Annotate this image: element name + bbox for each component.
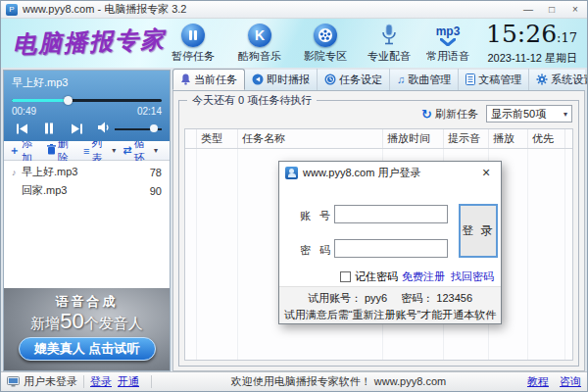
ad-subtitle: 新增50个发音人 [4, 311, 170, 334]
chevron-down-icon: ▾ [564, 110, 567, 119]
total-time: 02:14 [137, 106, 162, 117]
tasks-group-label: 今天还有 0 项任务待执行 [187, 93, 317, 108]
chevron-down-icon: ▾ [112, 146, 116, 155]
song-volume: 78 [150, 167, 162, 178]
tab-document-management[interactable]: 文稿管理 [459, 69, 529, 90]
playlist-item[interactable]: 回家.mp3 90 [4, 181, 170, 200]
previous-track-button[interactable] [12, 122, 31, 135]
progress-knob[interactable] [64, 96, 73, 105]
consult-link[interactable]: 咨询 [560, 375, 581, 387]
tab-bar: 当前任务 即时播报 任务设定 ♫ 歌曲管理 文稿管理 系统设置 [172, 70, 585, 91]
next-track-button[interactable] [67, 122, 86, 135]
microphone-icon [357, 24, 421, 47]
header-banner: 电脑播报专家 暂停任务 K 酷狗音乐 影院专区 专业配音 mp3 常 [1, 19, 587, 68]
login-button[interactable]: 登 录 [459, 204, 498, 258]
app-window: P www.pyy8.com - 电脑播报专家 3.2 — □ × 电脑播报专家… [0, 0, 588, 392]
title-bar: P www.pyy8.com - 电脑播报专家 3.2 — □ × [1, 1, 587, 19]
refresh-icon: ↻ [421, 107, 432, 122]
clock-seconds: :17 [557, 30, 577, 45]
song-volume: 90 [150, 185, 162, 197]
password-label: 密 码 [300, 243, 333, 258]
app-icon: P [6, 4, 18, 16]
cinema-zone-button[interactable]: 影院专区 [293, 24, 358, 64]
dialog-title: www.pyy8.com 用户登录 [303, 166, 420, 180]
volume-slider[interactable] [115, 124, 162, 133]
current-song-title: 早上好.mp3 [12, 75, 162, 90]
document-icon [466, 74, 475, 85]
column-play-time[interactable]: 播放时间 [383, 129, 444, 148]
gear-icon [536, 74, 548, 85]
tab-system-settings[interactable]: 系统设置 [529, 69, 588, 90]
bell-icon [180, 74, 191, 85]
login-dialog: www.pyy8.com 用户登录 × 账 号 密 码 登 录 记住密码 免费注… [278, 161, 502, 324]
loop-icon: ⇄ [122, 144, 131, 157]
window-title: www.pyy8.com - 电脑播报专家 3.2 [23, 2, 186, 17]
sidebar: 早上好.mp3 00:49 02:14 [3, 70, 171, 371]
tab-current-tasks[interactable]: 当前任务 [172, 69, 245, 90]
account-input[interactable] [334, 205, 448, 223]
volume-knob[interactable] [150, 124, 158, 132]
remember-password-checkbox[interactable] [340, 271, 351, 282]
app-logo: 电脑播报专家 [12, 24, 166, 60]
status-activate-link[interactable]: 开通 [118, 374, 139, 389]
pause-icon [181, 24, 205, 47]
clock-time: 15:26 [486, 20, 557, 48]
clock-date: 2023-11-12 星期日 [486, 51, 577, 66]
playlist-toolbar: ＋添加 删除 ≡列表▾ ⇄循环▾ [4, 141, 170, 161]
minimize-button[interactable]: — [521, 4, 535, 15]
maximize-button[interactable]: □ [545, 4, 559, 15]
column-type[interactable]: 类型 [197, 129, 238, 148]
ad-title: 语音合成 [4, 288, 170, 311]
song-name: 回家.mp3 [22, 183, 67, 198]
status-bar: 用户未登录 登录 开通 欢迎使用电脑播报专家软件！ www.pyy8.com 教… [1, 371, 587, 391]
user-status-icon [7, 376, 20, 387]
pause-button[interactable] [39, 122, 59, 135]
column-task-name[interactable]: 任务名称 [238, 129, 383, 148]
now-playing-icon: ♪ [12, 168, 22, 177]
ad-try-button[interactable]: 媲美真人 点击试听 [19, 337, 156, 361]
kugou-icon: K [248, 24, 271, 47]
dialog-close-button[interactable]: × [477, 165, 495, 180]
chevron-down-icon: ▾ [154, 146, 158, 155]
refresh-tasks-button[interactable]: 刷新任务 [435, 107, 478, 122]
account-label: 账 号 [300, 209, 333, 223]
forgot-password-link[interactable]: 找回密码 [451, 270, 494, 284]
volume-icon [97, 120, 110, 137]
film-reel-icon [314, 24, 337, 47]
column-prompt-tone[interactable]: 提示音 [444, 129, 489, 148]
tab-task-settings[interactable]: 任务设定 [318, 69, 390, 90]
column-priority[interactable]: 优先 [528, 129, 565, 148]
pro-dubbing-button[interactable]: 专业配音 [357, 24, 421, 64]
play-circle-icon [252, 74, 264, 85]
clock-icon [324, 74, 336, 85]
close-button[interactable]: × [568, 4, 582, 15]
playlist: ♪ 早上好.mp3 78 回家.mp3 90 [4, 161, 170, 288]
free-register-link[interactable]: 免费注册 [402, 270, 445, 284]
trial-note: 试用满意后需“重新注册账号”才能开通本软件 [279, 308, 501, 322]
ad-banner: 语音合成 新增50个发音人 媲美真人 点击试听 [4, 288, 170, 370]
tutorial-link[interactable]: 教程 [527, 375, 549, 387]
status-login-link[interactable]: 登录 [90, 374, 112, 389]
user-icon [285, 167, 298, 179]
list-icon: ≡ [83, 145, 89, 157]
dialog-footer: 试用账号： pyy6 密码： 123456 试用满意后需“重新注册账号”才能开通… [279, 286, 501, 323]
plus-icon: ＋ [9, 143, 20, 158]
show-filter-dropdown[interactable]: 显示前50项 ▾ [486, 105, 572, 122]
user-status-text: 用户未登录 [24, 374, 77, 389]
trial-account-info: 试用账号： pyy6 密码： 123456 [279, 291, 501, 306]
kugou-music-button[interactable]: K 酷狗音乐 [227, 24, 292, 64]
song-name: 早上好.mp3 [22, 165, 77, 179]
music-player: 早上好.mp3 00:49 02:14 [4, 71, 170, 141]
column-play[interactable]: 播放 [489, 129, 528, 148]
tab-song-management[interactable]: ♫ 歌曲管理 [390, 69, 459, 90]
progress-bar[interactable] [12, 96, 162, 105]
dialog-title-bar: www.pyy8.com 用户登录 × [279, 162, 501, 183]
mp3-download-icon: mp3 [416, 24, 480, 47]
playlist-item[interactable]: ♪ 早上好.mp3 78 [4, 163, 170, 181]
elapsed-time: 00:49 [12, 106, 36, 117]
pause-tasks-button[interactable]: 暂停任务 [161, 24, 225, 64]
common-voice-button[interactable]: mp3 常用语音 [416, 24, 480, 64]
tab-instant-broadcast[interactable]: 即时播报 [245, 69, 318, 90]
password-input[interactable] [334, 239, 448, 258]
clock: 15:26:17 2023-11-12 星期日 [486, 22, 577, 66]
